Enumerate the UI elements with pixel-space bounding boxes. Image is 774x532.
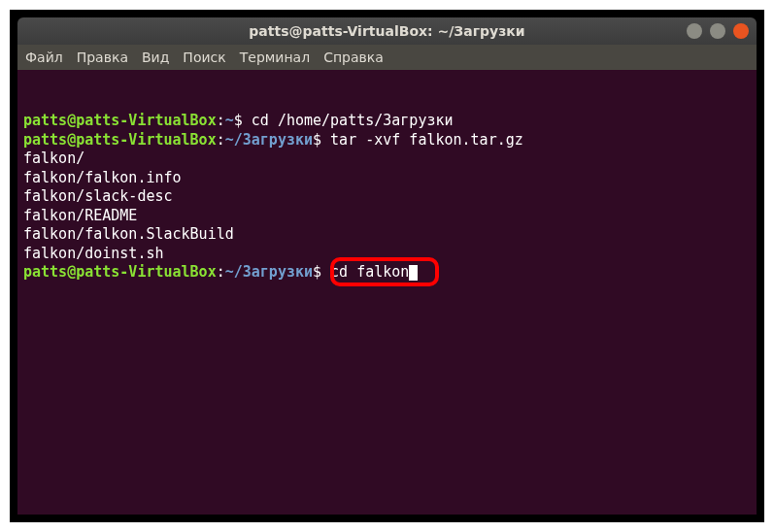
terminal-line: patts@patts-VirtualBox:~/Загрузки$ tar -… (23, 131, 751, 150)
window-controls (687, 23, 749, 39)
prompt-user-host: patts@patts-VirtualBox (23, 263, 217, 281)
minimize-button[interactable] (687, 23, 702, 39)
menu-search[interactable]: Поиск (183, 50, 225, 65)
command-output: falkon/falkon.info (23, 169, 182, 186)
command-text: cd falkon (330, 263, 409, 281)
prompt-dollar: $ (234, 112, 252, 129)
close-button[interactable] (733, 23, 749, 39)
terminal-line: patts@patts-VirtualBox:~$ cd /home/patts… (23, 112, 751, 131)
menubar: Файл Правка Вид Поиск Терминал Справка (17, 45, 757, 70)
terminal-line: falkon/doinst.sh (23, 245, 751, 264)
prompt-path: ~/Загрузки (225, 131, 313, 149)
terminal-window: patts@patts-VirtualBox: ~/Загрузки Файл … (17, 17, 757, 515)
command-output: falkon/doinst.sh (23, 245, 164, 262)
menu-help[interactable]: Справка (323, 50, 384, 65)
command-output: falkon/slack-desc (23, 187, 173, 205)
titlebar[interactable]: patts@patts-VirtualBox: ~/Загрузки (17, 17, 757, 45)
terminal-line: falkon/slack-desc (23, 187, 751, 207)
menu-file[interactable]: Файл (25, 50, 63, 65)
prompt-path: ~/Загрузки (225, 263, 313, 281)
prompt-colon: : (217, 263, 225, 281)
command-text: cd /home/patts/Загрузки (252, 112, 454, 129)
menu-view[interactable]: Вид (142, 50, 169, 65)
command-output: falkon/ (23, 150, 84, 167)
prompt-user-host: patts@patts-VirtualBox (23, 131, 217, 149)
command-text: tar -xvf falkon.tar.gz (330, 131, 523, 149)
menu-terminal[interactable]: Терминал (240, 50, 310, 65)
command-output: falkon/falkon.SlackBuild (23, 225, 234, 243)
terminal-line: falkon/falkon.info (23, 169, 751, 188)
terminal-line: patts@patts-VirtualBox:~/Загрузки$ cd fa… (23, 263, 751, 283)
prompt-path: ~ (225, 112, 234, 129)
cursor (409, 265, 418, 281)
terminal-line: falkon/ (23, 150, 751, 169)
prompt-colon: : (217, 112, 225, 129)
prompt-user-host: patts@patts-VirtualBox (23, 112, 217, 129)
prompt-dollar: $ (313, 263, 330, 281)
prompt-colon: : (217, 131, 225, 149)
menu-edit[interactable]: Правка (77, 50, 128, 65)
terminal-body[interactable]: patts@patts-VirtualBox:~$ cd /home/patts… (17, 70, 757, 515)
command-output: falkon/README (23, 207, 137, 224)
prompt-dollar: $ (313, 131, 330, 149)
terminal-line: falkon/falkon.SlackBuild (23, 225, 751, 245)
window-title: patts@patts-VirtualBox: ~/Загрузки (249, 23, 524, 39)
terminal-line: falkon/README (23, 207, 751, 226)
outer-frame: patts@patts-VirtualBox: ~/Загрузки Файл … (10, 10, 764, 522)
maximize-button[interactable] (710, 23, 725, 39)
